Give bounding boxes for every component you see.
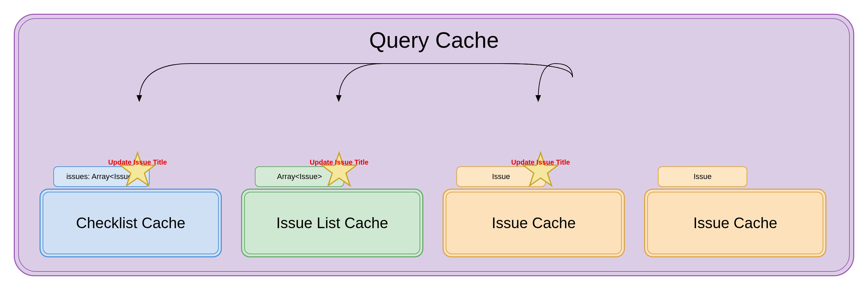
issue-cache-1-group: Update Issue Title Issue Issue Cache	[443, 189, 627, 257]
issue-cache-1-label: Issue Cache	[446, 192, 622, 254]
star-icon: Update Issue Title	[119, 151, 156, 189]
svg-marker-2	[322, 153, 356, 186]
star-label: Update Issue Title	[108, 158, 167, 166]
star-label: Update Issue Title	[310, 158, 369, 166]
issue-cache-2-box: Issue Cache	[644, 189, 826, 257]
svg-marker-3	[523, 153, 558, 186]
caches-row: Update Issue Title issues: Array<Issue> …	[40, 189, 828, 257]
star-label: Update Issue Title	[511, 158, 570, 166]
star-icon: Update Issue Title	[320, 151, 358, 189]
query-cache-inner: Query Cache Update Issue Title issues: A	[18, 18, 850, 272]
issue-list-cache-label: Issue List Cache	[244, 192, 420, 254]
issue-list-cache-group: Update Issue Title Array<Issue> Issue Li…	[241, 189, 425, 257]
star-icon: Update Issue Title	[522, 151, 560, 189]
svg-marker-1	[120, 153, 155, 186]
issue-cache-2-label: Issue Cache	[647, 192, 823, 254]
diagram-title: Query Cache	[369, 27, 499, 53]
issue-list-cache-box: Issue List Cache	[241, 189, 423, 257]
issue-cache-2-group: Issue Issue Cache	[644, 189, 828, 257]
checklist-cache-group: Update Issue Title issues: Array<Issue> …	[40, 189, 224, 257]
issue-cache-1-box: Issue Cache	[443, 189, 625, 257]
checklist-cache-label: Checklist Cache	[43, 192, 219, 254]
issue-cache-2-type-label: Issue	[658, 166, 747, 187]
checklist-cache-box: Checklist Cache	[40, 189, 222, 257]
query-cache-container: Query Cache Update Issue Title issues: A	[14, 14, 854, 276]
